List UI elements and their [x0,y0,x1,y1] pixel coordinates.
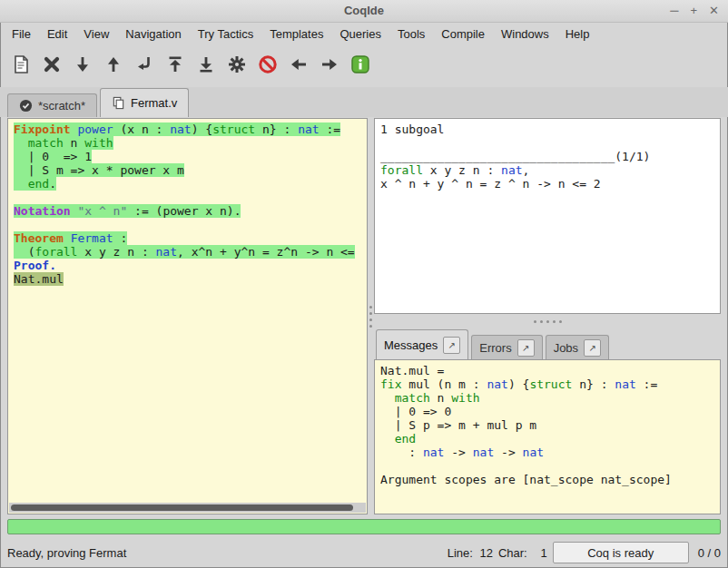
status-right: Line: 12 Char: 1 Coq is ready 0 / 0 [448,542,721,563]
pages-icon [112,96,125,110]
go-to-end-button[interactable] [192,51,220,78]
detach-messages-button[interactable]: ↗ [443,337,460,354]
close-buffer-button[interactable] [38,51,65,78]
code-line: end [380,432,714,446]
code-line [14,191,361,204]
tab-messages[interactable]: Messages ↗ [376,329,468,359]
interrupt-button[interactable] [254,51,281,78]
no-entry-icon [257,54,279,75]
code-line: Proof. [14,259,361,272]
arrow-top-icon [164,54,186,75]
arrow-hook-icon [133,54,155,75]
arrow-right-icon [319,54,340,75]
title-bar: CoqIde ─ + ✕ [0,0,728,23]
code-line: fix mul (n m : nat) {struct n} : nat := [380,377,714,391]
detach-jobs-button[interactable]: ↗ [584,339,601,357]
arrow-down-icon [72,54,93,75]
menu-item-compile[interactable]: Compile [433,24,493,44]
code-line: Fixpoint power (x n : nat) {struct n} : … [14,122,361,136]
tab-errors[interactable]: Errors ↗ [471,335,542,359]
maximize-button[interactable]: + [691,0,698,22]
toolbar [0,45,728,83]
detach-arrow-icon: ↗ [448,340,456,350]
go-to-cursor-button[interactable] [131,51,158,78]
tab-label: Errors [479,341,511,355]
tab-label: *scratch* [38,99,85,113]
menu-item-edit[interactable]: Edit [39,24,75,44]
tab-label: Fermat.v [131,96,177,110]
about-button[interactable] [347,51,374,78]
line-value: 12 [478,546,493,560]
scrollbar-thumb[interactable] [11,504,353,511]
tab-label: Messages [384,338,438,352]
forward-one-command-button[interactable] [69,51,96,78]
code-line [14,218,361,231]
detach-arrow-icon: ↗ [588,343,595,353]
arrow-up-icon [103,54,124,75]
menu-item-navigation[interactable]: Navigation [117,24,189,44]
script-code[interactable]: Fixpoint power (x n : nat) {struct n} : … [8,119,367,503]
menu-item-tools[interactable]: Tools [389,24,433,44]
menu-item-try-tactics[interactable]: Try Tactics [190,24,261,44]
code-line: | S m => x * power x m [14,163,361,177]
horizontal-splitter[interactable] [374,314,721,328]
progress-bar [7,519,721,534]
messages-pane[interactable]: Nat.mul =fix mul (n m : nat) {struct n} … [374,359,721,514]
coqide-window: { "window": { "title": "CoqIde", "contro… [0,0,728,568]
menu-item-file[interactable]: File [4,24,39,44]
arrow-left-icon [288,54,310,75]
next-occurrence-button[interactable] [316,51,343,78]
menu-item-windows[interactable]: Windows [493,24,557,44]
char-label: Char: [498,546,527,560]
tab-jobs[interactable]: Jobs ↗ [546,335,609,359]
code-line: | S p => m + mul p m [380,418,714,432]
goals-code: 1 subgoal ______________________________… [375,119,720,313]
arrow-bottom-icon [195,54,217,75]
document-icon [10,54,32,75]
horizontal-scrollbar[interactable] [9,503,366,513]
coq-status-box: Coq is ready [553,542,689,563]
code-line: match n with [380,391,714,405]
code-line: Nat.mul = [380,364,714,377]
detach-errors-button[interactable]: ↗ [517,339,535,357]
code-line: Theorem Fermat : [14,231,361,245]
save-button[interactable] [7,51,34,78]
goals-pane[interactable]: 1 subgoal ______________________________… [374,118,721,314]
code-line: match n with [14,136,361,150]
menu-item-view[interactable]: View [75,24,117,44]
close-button[interactable]: ✕ [709,0,719,22]
messages-code: Nat.mul =fix mul (n m : nat) {struct n} … [375,360,720,514]
job-counter: 0 / 0 [698,546,721,560]
vertical-splitter[interactable] [367,118,374,514]
check-circle-icon [19,99,33,113]
code-line: 1 subgoal [380,122,714,136]
info-icon [349,54,371,75]
status-message: Ready, proving Fermat [7,546,126,560]
menu-item-queries[interactable]: Queries [331,24,389,44]
menu-item-help[interactable]: Help [557,24,598,44]
minimize-button[interactable]: ─ [670,0,678,22]
previous-occurrence-button[interactable] [285,51,312,78]
code-line: Argument scopes are [nat_scope nat_scope… [380,473,714,486]
line-label: Line: [448,546,473,560]
tab-fermat[interactable]: Fermat.v [100,88,189,117]
code-line: : nat -> nat -> nat [380,446,714,459]
backward-one-command-button[interactable] [100,51,127,78]
code-line: (forall x y z n : nat, x^n + y^n = z^n -… [14,245,361,259]
window-controls: ─ + ✕ [670,0,719,22]
fully-check-button[interactable] [223,51,251,78]
code-line [380,459,714,473]
tab-scratch[interactable]: *scratch* [7,93,97,117]
status-bar: Ready, proving Fermat Line: 12 Char: 1 C… [0,537,728,568]
code-line: end. [14,177,361,191]
message-tab-bar: Messages ↗ Errors ↗ Jobs ↗ [374,328,721,359]
restart-button[interactable] [162,51,189,78]
code-line: | 0 => 1 [14,150,361,163]
close-icon [41,54,63,75]
code-line: | 0 => 0 [380,405,714,418]
script-editor[interactable]: Fixpoint power (x n : nat) {struct n} : … [7,118,368,514]
menu-item-templates[interactable]: Templates [261,24,331,44]
menu-bar: FileEditViewNavigationTry TacticsTemplat… [0,23,728,45]
code-line: x ^ n + y ^ n = z ^ n -> n <= 2 [380,177,714,191]
detach-arrow-icon: ↗ [522,343,529,353]
